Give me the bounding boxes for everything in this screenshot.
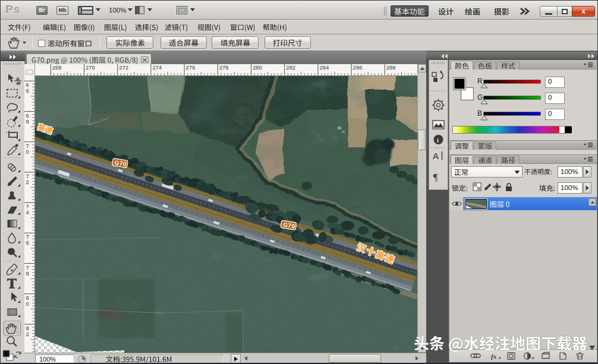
- svg-text:288: 288: [386, 64, 396, 71]
- svg-text:2: 2: [26, 331, 29, 337]
- svg-text:2: 2: [26, 179, 29, 185]
- svg-text:272: 272: [119, 64, 128, 71]
- svg-text:i: i: [437, 137, 439, 144]
- svg-text:A: A: [433, 151, 439, 161]
- svg-text:6: 6: [26, 239, 29, 246]
- svg-text:286: 286: [353, 64, 363, 71]
- svg-text:0: 0: [26, 148, 29, 155]
- svg-text:0: 0: [26, 300, 29, 307]
- svg-text:8: 8: [26, 118, 29, 125]
- svg-text:4: 4: [26, 209, 29, 216]
- svg-text:6: 6: [26, 87, 29, 94]
- svg-text:274: 274: [152, 64, 162, 71]
- svg-text:270: 270: [86, 64, 95, 71]
- svg-text:282: 282: [286, 64, 295, 71]
- svg-text:¶: ¶: [433, 172, 438, 182]
- svg-text:284: 284: [319, 64, 329, 71]
- svg-text:278: 278: [219, 64, 229, 71]
- svg-text:268: 268: [52, 64, 62, 71]
- svg-text:280: 280: [253, 64, 262, 71]
- svg-text:276: 276: [186, 64, 196, 71]
- svg-text:8: 8: [26, 270, 29, 277]
